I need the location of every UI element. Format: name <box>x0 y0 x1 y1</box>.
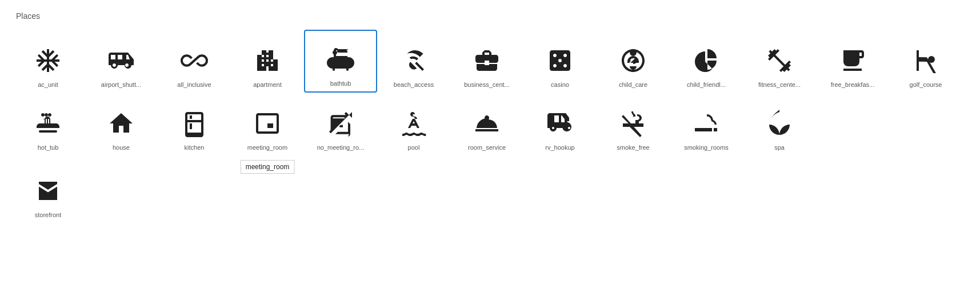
bathtub-icon <box>327 43 354 75</box>
ac_unit-icon <box>34 45 62 77</box>
hot_tub-icon <box>34 107 62 139</box>
meeting_room-icon <box>254 107 281 139</box>
business_center-icon <box>473 45 501 77</box>
icon-label-kitchen: kitchen <box>185 144 205 151</box>
icon-label-meeting_room: meeting_room <box>247 144 287 151</box>
icon-item-free_breakfast[interactable]: free_breakfas... <box>816 30 889 93</box>
icon-item-rv_hookup[interactable]: rv_hookup <box>523 93 597 155</box>
all_inclusive-icon <box>181 45 208 77</box>
icon-label-spa: spa <box>774 144 785 151</box>
beach_access-icon <box>400 45 427 77</box>
room_service-icon <box>473 107 501 139</box>
icon-item-spa[interactable]: spa <box>743 93 816 155</box>
icon-label-pool: pool <box>408 144 420 151</box>
icon-item-storefront[interactable]: storefront <box>11 160 85 223</box>
free_breakfast-icon <box>839 45 866 77</box>
icon-label-child_friendly: child_friendl... <box>687 81 726 88</box>
icon-label-airport_shuttle: airport_shutt... <box>101 81 141 88</box>
icon-item-apartment[interactable]: apartment <box>231 30 304 93</box>
icon-item-airport_shuttle[interactable]: airport_shutt... <box>85 30 158 93</box>
icon-item-fitness_center[interactable]: fitness_cente... <box>743 30 816 93</box>
icon-item-golf_course[interactable]: golf_course <box>889 30 962 93</box>
icon-label-house: house <box>113 144 130 151</box>
child_friendly-icon <box>693 45 720 77</box>
section-title: Places <box>16 11 969 21</box>
apartment-icon <box>254 45 281 77</box>
house-icon <box>107 107 135 139</box>
icon-grid: ac_unit airport_shutt... all_inclusive a… <box>11 30 969 155</box>
icon-label-storefront: storefront <box>35 211 61 218</box>
icon-label-no_meeting_room: no_meeting_ro... <box>317 144 365 151</box>
icon-item-all_inclusive[interactable]: all_inclusive <box>158 30 231 93</box>
golf_course-icon <box>912 45 939 77</box>
icon-label-golf_course: golf_course <box>910 81 942 88</box>
icon-item-business_center[interactable]: business_cent... <box>450 30 523 93</box>
icon-item-casino[interactable]: casino <box>523 30 597 93</box>
icon-label-fitness_center: fitness_cente... <box>758 81 801 88</box>
icon-label-smoke_free: smoke_free <box>617 144 649 151</box>
icon-label-beach_access: beach_access <box>394 81 434 88</box>
icon-item-kitchen[interactable]: kitchen <box>158 93 231 155</box>
rv_hookup-icon <box>546 107 574 139</box>
icon-label-all_inclusive: all_inclusive <box>177 81 211 88</box>
icon-label-ac_unit: ac_unit <box>38 81 58 88</box>
icon-item-child_friendly[interactable]: child_friendl... <box>670 30 743 93</box>
icon-label-hot_tub: hot_tub <box>38 144 59 151</box>
icon-item-smoking_rooms[interactable]: smoking_rooms <box>670 93 743 155</box>
icon-label-rv_hookup: rv_hookup <box>545 144 574 151</box>
icon-item-meeting_room[interactable]: meeting_room meeting_room <box>231 93 304 155</box>
icon-grid-row3: storefront <box>11 160 969 223</box>
icon-label-free_breakfast: free_breakfas... <box>831 81 874 88</box>
no_meeting_room-icon <box>327 107 354 139</box>
icon-item-ac_unit[interactable]: ac_unit <box>11 30 85 93</box>
kitchen-icon <box>181 107 208 139</box>
smoking_rooms-icon <box>693 107 720 139</box>
icon-item-bathtub[interactable]: bathtub <box>304 30 377 93</box>
icon-label-apartment: apartment <box>253 81 282 88</box>
storefront-icon <box>34 175 62 207</box>
icon-item-child_care[interactable]: child_care <box>597 30 670 93</box>
icon-label-smoking_rooms: smoking_rooms <box>684 144 729 151</box>
icon-item-smoke_free[interactable]: smoke_free <box>597 93 670 155</box>
icon-item-house[interactable]: house <box>85 93 158 155</box>
fitness_center-icon <box>766 45 793 77</box>
icon-item-beach_access[interactable]: beach_access <box>377 30 450 93</box>
icon-label-business_center: business_cent... <box>464 81 510 88</box>
pool-icon <box>400 107 427 139</box>
icon-label-room_service: room_service <box>468 144 506 151</box>
spa-icon <box>766 107 793 139</box>
icon-item-pool[interactable]: pool <box>377 93 450 155</box>
icon-label-child_care: child_care <box>619 81 647 88</box>
icon-label-casino: casino <box>551 81 569 88</box>
child_care-icon <box>619 45 647 77</box>
smoke_free-icon <box>619 107 647 139</box>
icon-item-room_service[interactable]: room_service <box>450 93 523 155</box>
icon-item-no_meeting_room[interactable]: no_meeting_ro... <box>304 93 377 155</box>
airport_shuttle-icon <box>107 45 135 77</box>
casino-icon <box>546 45 574 77</box>
icon-label-bathtub: bathtub <box>330 80 351 87</box>
icon-item-hot_tub[interactable]: hot_tub <box>11 93 85 155</box>
